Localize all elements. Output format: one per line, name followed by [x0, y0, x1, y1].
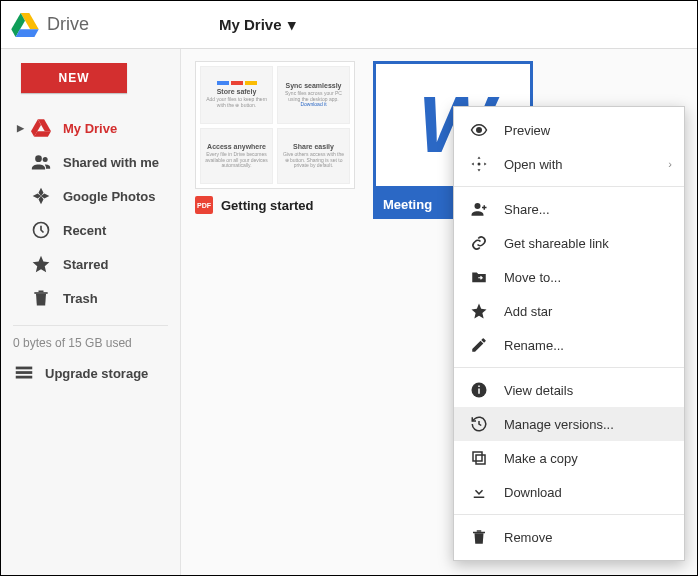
new-button[interactable]: NEW: [21, 63, 127, 93]
main-area: Store safelyAdd your files to keep them …: [181, 49, 697, 575]
ctx-download[interactable]: Download: [454, 475, 684, 509]
ctx-add-star[interactable]: Add star: [454, 294, 684, 328]
ctx-rename[interactable]: Rename...: [454, 328, 684, 362]
storage-bars-icon: [13, 362, 35, 384]
sidebar-item-label: My Drive: [63, 121, 117, 136]
svg-rect-20: [474, 497, 485, 499]
file-label: PDF Getting started: [195, 196, 355, 214]
svg-rect-18: [476, 455, 485, 464]
svg-point-12: [477, 128, 482, 133]
divider: [13, 325, 168, 326]
people-icon: [30, 152, 52, 172]
download-icon: [468, 483, 490, 501]
file-name: Getting started: [221, 198, 313, 213]
sidebar-item-starred[interactable]: Starred: [1, 247, 180, 281]
svg-rect-10: [16, 371, 33, 374]
expand-caret-icon: ▶: [17, 123, 27, 133]
drive-logo-icon: [11, 13, 39, 37]
sidebar-item-label: Trash: [63, 291, 98, 306]
separator: [454, 514, 684, 515]
breadcrumb[interactable]: My Drive ▾: [219, 16, 296, 34]
eye-icon: [468, 121, 490, 139]
svg-rect-17: [478, 386, 480, 388]
copy-icon: [468, 449, 490, 467]
svg-point-14: [475, 203, 481, 209]
photos-icon: [30, 186, 52, 206]
upgrade-label: Upgrade storage: [45, 366, 148, 381]
sidebar-item-my-drive[interactable]: ▶ My Drive: [1, 111, 180, 145]
history-icon: [468, 415, 490, 433]
sidebar-item-photos[interactable]: Google Photos: [1, 179, 180, 213]
sidebar-item-label: Recent: [63, 223, 106, 238]
separator: [454, 367, 684, 368]
trash-icon: [30, 288, 52, 308]
sidebar-item-recent[interactable]: Recent: [1, 213, 180, 247]
svg-rect-16: [478, 389, 480, 394]
separator: [454, 186, 684, 187]
breadcrumb-label: My Drive: [219, 16, 282, 33]
open-with-icon: [468, 155, 490, 173]
ctx-shareable-link[interactable]: Get shareable link: [454, 226, 684, 260]
drive-icon: [30, 118, 52, 138]
storage-text: 0 bytes of 15 GB used: [13, 336, 168, 350]
pencil-icon: [468, 336, 490, 354]
svg-point-6: [35, 155, 42, 162]
svg-point-13: [478, 163, 481, 166]
svg-point-7: [43, 157, 48, 162]
ctx-view-details[interactable]: View details: [454, 373, 684, 407]
caret-down-icon: ▾: [288, 16, 296, 34]
ctx-make-copy[interactable]: Make a copy: [454, 441, 684, 475]
svg-rect-19: [473, 452, 482, 461]
star-icon: [30, 254, 52, 274]
sidebar-item-label: Shared with me: [63, 155, 159, 170]
file-card[interactable]: Store safelyAdd your files to keep them …: [195, 61, 355, 219]
info-icon: [468, 381, 490, 399]
clock-icon: [30, 220, 52, 240]
pdf-icon: PDF: [195, 196, 213, 214]
sidebar: NEW ▶ My Drive Shared with me Google Pho…: [1, 49, 181, 575]
person-plus-icon: [468, 200, 490, 218]
ctx-manage-versions[interactable]: Manage versions...: [454, 407, 684, 441]
svg-rect-11: [16, 376, 33, 379]
app-title: Drive: [47, 14, 89, 35]
sidebar-item-shared[interactable]: Shared with me: [1, 145, 180, 179]
link-icon: [468, 234, 490, 252]
upgrade-storage-button[interactable]: Upgrade storage: [13, 362, 168, 384]
topbar: Drive My Drive ▾: [1, 1, 697, 49]
file-name: Meeting: [383, 197, 432, 212]
ctx-remove[interactable]: Remove: [454, 520, 684, 554]
chevron-right-icon: ›: [668, 158, 672, 170]
star-icon: [468, 302, 490, 320]
ctx-preview[interactable]: Preview: [454, 113, 684, 147]
sidebar-item-label: Starred: [63, 257, 109, 272]
file-thumbnail: Store safelyAdd your files to keep them …: [195, 61, 355, 189]
sidebar-item-trash[interactable]: Trash: [1, 281, 180, 315]
svg-rect-9: [16, 367, 33, 370]
ctx-share[interactable]: Share...: [454, 192, 684, 226]
sidebar-item-label: Google Photos: [63, 189, 155, 204]
trash-icon: [468, 528, 490, 546]
folder-move-icon: [468, 268, 490, 286]
context-menu: Preview Open with › Share... Get shareab…: [453, 106, 685, 561]
ctx-open-with[interactable]: Open with ›: [454, 147, 684, 181]
ctx-move-to[interactable]: Move to...: [454, 260, 684, 294]
